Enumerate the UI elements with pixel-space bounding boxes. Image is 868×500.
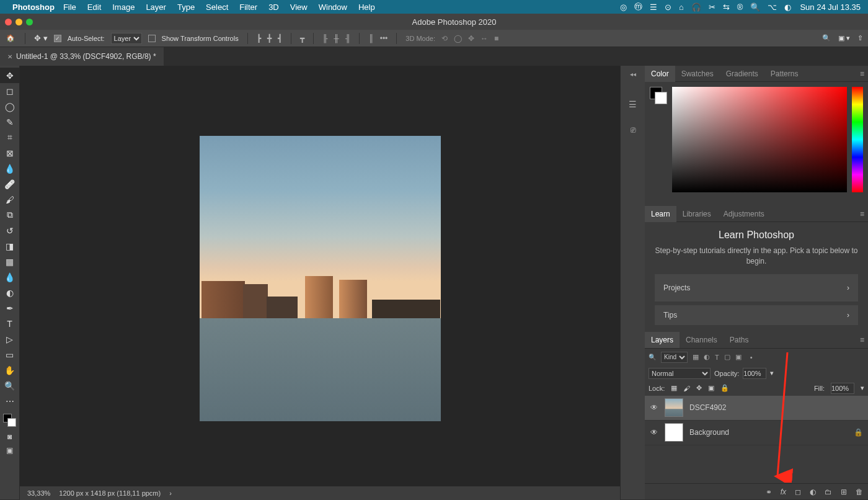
tab-layers[interactable]: Layers	[645, 332, 680, 348]
properties-panel-icon[interactable]: ⎚	[631, 125, 636, 135]
visibility-toggle-icon[interactable]: 👁	[650, 428, 658, 437]
panel-background-color[interactable]	[655, 92, 667, 104]
layer-row[interactable]: 👁 Background 🔒	[645, 421, 868, 445]
filter-shape-icon[interactable]: ▢	[724, 353, 730, 361]
history-brush-tool[interactable]: ↺	[0, 223, 19, 238]
distribute-h-icon[interactable]: ╟	[322, 34, 328, 43]
lock-all-icon[interactable]: 🔒	[720, 384, 729, 392]
menu-type[interactable]: Type	[177, 2, 195, 12]
menu-filter[interactable]: Filter	[239, 2, 257, 12]
quick-mask-toggle[interactable]: ◙	[0, 430, 19, 444]
tab-swatches[interactable]: Swatches	[675, 66, 720, 82]
tab-learn[interactable]: Learn	[645, 206, 676, 222]
more-options-icon[interactable]: •••	[380, 34, 388, 43]
filter-pixel-icon[interactable]: ▦	[693, 353, 699, 361]
show-transform-checkbox[interactable]	[148, 35, 156, 42]
distribute-v-icon[interactable]: ╢	[345, 34, 351, 43]
menu-select[interactable]: Select	[206, 2, 228, 12]
headphones-icon[interactable]: 🎧	[691, 2, 701, 12]
user-icon[interactable]: ®	[737, 2, 743, 12]
gradient-tool[interactable]: ▦	[0, 254, 19, 269]
rectangle-tool[interactable]: ▭	[0, 347, 19, 362]
align-top-icon[interactable]: ┳	[300, 34, 304, 43]
tab-color[interactable]: Color	[645, 66, 675, 82]
home-status-icon[interactable]: ⌂	[679, 2, 684, 12]
dodge-tool[interactable]: ◐	[0, 285, 19, 300]
collapse-panels-icon[interactable]: ◂◂	[630, 71, 636, 78]
layer-row[interactable]: 👁 DSCF4902	[645, 396, 868, 421]
layer-thumbnail[interactable]	[665, 398, 683, 417]
lock-position-icon[interactable]: ✥	[696, 384, 702, 392]
hue-slider[interactable]	[852, 87, 863, 192]
distribute-spacing-icon[interactable]: ║	[368, 34, 374, 43]
close-window-icon[interactable]	[5, 19, 12, 25]
frame-tool[interactable]: ⊠	[0, 145, 19, 161]
filter-type-icon[interactable]: T	[715, 354, 719, 361]
tab-patterns[interactable]: Patterns	[764, 66, 805, 82]
color-panel-menu-icon[interactable]: ≡	[860, 69, 864, 78]
spotlight-icon[interactable]: 🔍	[750, 2, 760, 12]
link-layers-icon[interactable]: ⚭	[766, 488, 772, 496]
eraser-tool[interactable]: ◨	[0, 238, 19, 254]
tab-paths[interactable]: Paths	[724, 332, 755, 348]
lock-transparency-icon[interactable]: ▦	[671, 384, 677, 392]
add-mask-icon[interactable]: ◻	[795, 488, 801, 496]
learn-row-tips[interactable]: Tips ›	[655, 305, 858, 325]
fill-chevron-icon[interactable]: ▾	[861, 384, 864, 392]
layer-filter-kind[interactable]: Kind	[661, 352, 688, 363]
canvas-area[interactable]	[20, 66, 620, 499]
tab-gradients[interactable]: Gradients	[720, 66, 764, 82]
menu-view[interactable]: View	[290, 2, 308, 12]
tab-channels[interactable]: Channels	[680, 332, 724, 348]
home-button[interactable]: 🏠	[5, 33, 16, 44]
app-name[interactable]: Photoshop	[12, 2, 55, 12]
workspace-switcher-icon[interactable]: ▣ ▾	[838, 34, 850, 42]
layer-thumbnail[interactable]	[665, 423, 683, 442]
traffic-lights[interactable]	[5, 19, 33, 25]
siri-icon[interactable]: ◐	[784, 2, 791, 12]
drive-icon[interactable]: ☰	[650, 2, 657, 12]
close-tab-icon[interactable]: ✕	[7, 53, 12, 60]
menu-file[interactable]: File	[63, 2, 76, 12]
menu-edit[interactable]: Edit	[87, 2, 101, 12]
align-left-icon[interactable]: ┣	[257, 34, 261, 43]
crop-tool[interactable]: ⌗	[0, 130, 19, 145]
align-center-h-icon[interactable]: ╋	[267, 34, 272, 43]
blend-mode-select[interactable]: Normal	[649, 368, 711, 379]
fill-input[interactable]	[831, 383, 854, 394]
history-panel-icon[interactable]: ☰	[629, 99, 637, 109]
move-tool-icon[interactable]: ✥ ▾	[34, 33, 48, 43]
control-center-icon[interactable]: ⌥	[768, 2, 777, 12]
eyedropper-tool[interactable]: 💧	[0, 161, 19, 176]
edit-toolbar[interactable]: ⋯	[0, 393, 19, 409]
new-group-icon[interactable]: 🗀	[825, 488, 832, 496]
play-icon[interactable]: ⊙	[665, 2, 671, 12]
wifi-icon[interactable]: ⇆	[723, 2, 730, 12]
zoom-tool[interactable]: 🔍	[0, 378, 19, 393]
new-layer-icon[interactable]: ⊞	[841, 488, 847, 496]
lock-artboard-icon[interactable]: ▣	[708, 384, 714, 392]
document-tab[interactable]: ✕ Untitled-1 @ 33,3% (DSCF4902, RGB/8) *	[0, 47, 164, 66]
opacity-chevron-icon[interactable]: ▾	[770, 369, 774, 377]
lasso-tool[interactable]: ◯	[0, 99, 19, 114]
auto-select-target[interactable]: Layer	[111, 33, 142, 44]
brush-tool[interactable]: 🖌	[0, 192, 19, 207]
screen-mode-toggle[interactable]: ▣	[0, 444, 19, 457]
quick-select-tool[interactable]: ✎	[0, 114, 19, 130]
layer-style-icon[interactable]: fx	[781, 488, 786, 496]
delete-layer-icon[interactable]: 🗑	[856, 488, 863, 496]
color-swatch-pair[interactable]	[650, 87, 667, 201]
menu-image[interactable]: Image	[112, 2, 135, 12]
distribute-center-icon[interactable]: ╫	[334, 34, 339, 43]
hand-tool[interactable]: ✋	[0, 362, 19, 378]
menu-help[interactable]: Help	[358, 2, 375, 12]
healing-brush-tool[interactable]: 🩹	[0, 176, 19, 192]
marquee-tool[interactable]: ◻	[0, 83, 19, 99]
learn-panel-menu-icon[interactable]: ≡	[860, 210, 864, 218]
menu-3d[interactable]: 3D	[268, 2, 279, 12]
minimize-window-icon[interactable]	[16, 19, 22, 25]
share-icon[interactable]: ⇧	[857, 34, 863, 42]
menu-layer[interactable]: Layer	[146, 2, 166, 12]
align-right-icon[interactable]: ┫	[278, 34, 282, 43]
tab-libraries[interactable]: Libraries	[676, 206, 717, 222]
